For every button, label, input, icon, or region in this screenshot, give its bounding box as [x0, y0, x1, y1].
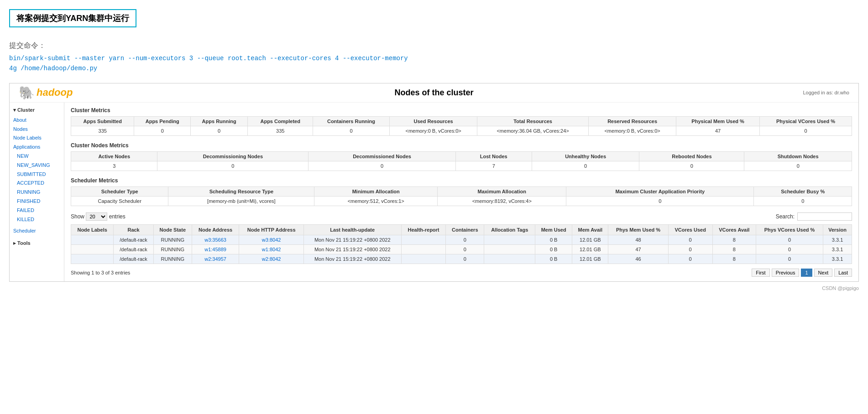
cell-node-http[interactable]: w3:8042 [239, 235, 303, 244]
sidebar-item-failed[interactable]: FAILED [17, 206, 60, 215]
sm-header-4: Maximum Cluster Application Priority [566, 186, 754, 196]
dt-header-phys-vcores[interactable]: Phys VCores Used % [756, 224, 823, 235]
tools-section[interactable]: ▸ Tools [13, 240, 60, 246]
sidebar-item-killed[interactable]: KILLED [17, 215, 60, 224]
cell-node-http[interactable]: w2:8042 [239, 254, 303, 264]
search-label: Search: [776, 213, 795, 220]
cell-containers: 0 [446, 254, 484, 264]
cm-header-6: Total Resources [477, 116, 589, 126]
last-button[interactable]: Last [834, 269, 852, 277]
cm-header-0: Apps Submitted [71, 116, 134, 126]
cnm-val-2: 0 [309, 161, 455, 171]
cm-val-1: 0 [134, 126, 191, 135]
previous-button[interactable]: Previous [772, 269, 800, 277]
pagination-buttons: First Previous 1 Next Last [752, 269, 852, 277]
cell-phys-vcores: 0 [756, 235, 823, 244]
cm-val-5: <memory:0 B, vCores:0> [389, 126, 477, 135]
sidebar-item-nodes[interactable]: Nodes [13, 125, 60, 134]
dt-header-rack[interactable]: Rack [114, 224, 154, 235]
cell-vcores-used: 0 [668, 254, 712, 264]
cell-node-state: RUNNING [153, 244, 192, 254]
cell-node-address[interactable]: w2:34957 [192, 254, 239, 264]
cnm-header-6: Shutdown Nodes [744, 151, 852, 161]
cell-alloc-tags [484, 254, 535, 264]
scheduler-metrics-title: Scheduler Metrics [71, 177, 852, 184]
cell-vcores-avail: 8 [712, 254, 756, 264]
cell-health-update: Mon Nov 21 15:19:22 +0800 2022 [303, 244, 401, 254]
dt-header-version[interactable]: Version [823, 224, 852, 235]
cell-vcores-used: 0 [668, 235, 712, 244]
dt-header-vcores-avail[interactable]: VCores Avail [712, 224, 756, 235]
cell-phys-mem: 47 [608, 244, 668, 254]
dt-header-node-labels[interactable]: Node Labels [71, 224, 114, 235]
cell-vcores-used: 0 [668, 244, 712, 254]
cluster-metrics-title: Cluster Metrics [71, 107, 852, 114]
sidebar-item-about[interactable]: About [13, 116, 60, 125]
sidebar-item-node-labels[interactable]: Node Labels [13, 134, 60, 143]
search-row: Search: [776, 212, 852, 221]
cluster-metrics-table: Apps Submitted Apps Pending Apps Running… [71, 116, 852, 136]
show-label: Show [71, 213, 84, 220]
sm-val-2: <memory:512, vCores:1> [314, 196, 438, 206]
cell-mem-used: 0 B [535, 254, 572, 264]
dt-header-phys-mem[interactable]: Phys Mem Used % [608, 224, 668, 235]
cell-node-http-link[interactable]: w1:8042 [262, 247, 281, 252]
sidebar-item-running[interactable]: RUNNING [17, 188, 60, 197]
dt-header-containers[interactable]: Containers [446, 224, 484, 235]
cell-rack: /default-rack [114, 254, 154, 264]
next-button[interactable]: Next [814, 269, 833, 277]
cell-node-address-link[interactable]: w1:45889 [204, 247, 226, 252]
dt-header-node-address[interactable]: Node Address [192, 224, 239, 235]
sidebar-item-finished[interactable]: FINISHED [17, 197, 60, 206]
cell-node-http-link[interactable]: w3:8042 [262, 237, 281, 243]
submit-label: 提交命令： [9, 41, 859, 51]
cell-node-state: RUNNING [153, 254, 192, 264]
cell-node-http-link[interactable]: w2:8042 [262, 256, 281, 262]
sidebar-item-new-saving[interactable]: NEW_SAVING [17, 161, 60, 170]
dt-header-health-update[interactable]: Last health-update [303, 224, 401, 235]
cluster-section[interactable]: ▾ Cluster [13, 107, 60, 113]
cm-header-8: Physical Mem Used % [676, 116, 760, 126]
sidebar-item-submitted[interactable]: SUBMITTED [17, 170, 60, 179]
dt-header-alloc-tags[interactable]: Allocation Tags [484, 224, 535, 235]
cell-node-address-link[interactable]: w3:35663 [204, 237, 226, 243]
cm-header-4: Containers Running [313, 116, 390, 126]
sidebar: ▾ Cluster About Nodes Node Labels Applic… [10, 103, 64, 281]
sidebar-item-applications[interactable]: Applications [13, 143, 60, 152]
dt-header-health-report[interactable]: Health-report [401, 224, 446, 235]
hadoop-body: ▾ Cluster About Nodes Node Labels Applic… [10, 103, 858, 281]
sm-header-2: Minimum Allocation [314, 186, 438, 196]
page-1-button[interactable]: 1 [801, 269, 812, 277]
cm-header-7: Reserved Resources [588, 116, 676, 126]
cnm-header-5: Rebooted Nodes [639, 151, 744, 161]
cnm-val-3: 7 [455, 161, 532, 171]
cell-node-http[interactable]: w1:8042 [239, 244, 303, 254]
cell-phys-vcores: 0 [756, 254, 823, 264]
cm-val-7: <memory:0 B, vCores:0> [588, 126, 676, 135]
cell-node-address[interactable]: w3:35663 [192, 235, 239, 244]
show-select[interactable]: 20 50 100 [86, 212, 107, 221]
dt-header-vcores-used[interactable]: VCores Used [668, 224, 712, 235]
dt-header-mem-avail[interactable]: Mem Avail [572, 224, 608, 235]
cnm-val-1: 0 [157, 161, 309, 171]
cm-val-2: 0 [191, 126, 248, 135]
sm-val-4: 0 [566, 196, 754, 206]
first-button[interactable]: First [752, 269, 769, 277]
cell-node-state: RUNNING [153, 235, 192, 244]
dt-header-mem-used[interactable]: Mem Used [535, 224, 572, 235]
dt-header-node-http[interactable]: Node HTTP Address [239, 224, 303, 235]
cm-val-4: 0 [313, 126, 390, 135]
cell-containers: 0 [446, 244, 484, 254]
sidebar-item-new[interactable]: NEW [17, 152, 60, 161]
search-input[interactable] [797, 212, 852, 221]
cell-phys-mem: 46 [608, 254, 668, 264]
sidebar-item-scheduler[interactable]: Scheduler [13, 227, 60, 236]
dt-header-node-state[interactable]: Node State [153, 224, 192, 235]
sm-val-3: <memory:8192, vCores:4> [438, 196, 566, 206]
cell-node-address-link[interactable]: w2:34957 [204, 256, 226, 262]
sidebar-item-accepted[interactable]: ACCEPTED [17, 179, 60, 188]
cell-node-address[interactable]: w1:45889 [192, 244, 239, 254]
cell-rack: /default-rack [114, 235, 154, 244]
showing-text: Showing 1 to 3 of 3 entries [71, 270, 130, 275]
cell-health-report [401, 254, 446, 264]
